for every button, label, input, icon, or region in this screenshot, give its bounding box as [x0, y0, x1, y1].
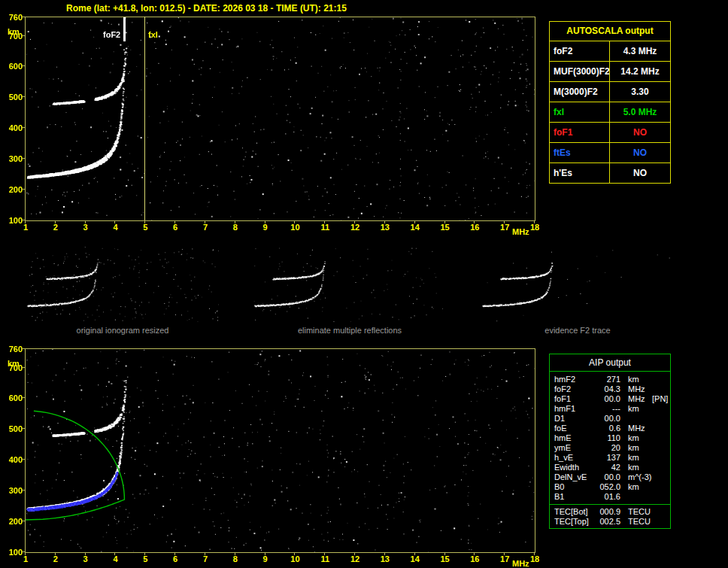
x-tick-mark [205, 553, 205, 555]
x-tick-mark [384, 553, 385, 555]
x-tick-mark [474, 553, 475, 555]
autoscala-param-value: 14.2 MHz [610, 62, 670, 81]
x-tick-mark [324, 221, 325, 223]
page-title: Rome (lat: +41.8, lon: 012.5) - DATE: 20… [66, 3, 347, 14]
aip-param-unit: MHz [620, 424, 652, 433]
y-tick-mark [22, 367, 25, 368]
x-tick-label: 7 [197, 223, 214, 232]
autoscala-param-value: 3.30 [610, 82, 670, 102]
x-tick-mark [504, 553, 505, 555]
aip-param-unit: km [620, 463, 652, 472]
y-tick-label: 600 [3, 62, 23, 71]
thumbnail-caption-reflections: eliminate multiple reflections [253, 326, 446, 335]
y-tick-mark [22, 17, 25, 17]
x-tick-label: 11 [317, 223, 333, 232]
top-ionogram-canvas [26, 17, 535, 220]
x-tick-label: 2 [47, 554, 64, 563]
x-tick-label: 14 [407, 223, 423, 232]
aip-row: ymE20km [550, 443, 670, 453]
aip-param-value: 137 [593, 453, 620, 463]
x-tick-mark [534, 221, 535, 223]
aip-param-name: foE [550, 424, 593, 433]
x-tick-label: 17 [496, 554, 513, 563]
y-tick-label: 100 [3, 548, 23, 557]
x-tick-label: 9 [257, 223, 274, 232]
x-tick-mark [144, 221, 145, 223]
x-tick-label: 11 [317, 554, 333, 563]
aip-param-unit [620, 492, 652, 502]
autoscala-row: ftEsNO [550, 143, 670, 163]
y-tick-label: 500 [3, 424, 23, 433]
aip-param-name: D1 [550, 414, 593, 424]
fxI-marker-line [144, 17, 145, 220]
aip-param-unit: MHz [620, 394, 652, 404]
aip-param-unit: km [620, 482, 652, 492]
aip-param-note [652, 424, 670, 433]
aip-param-note [652, 472, 670, 482]
foF2-marker-line [123, 17, 126, 41]
y-tick-mark [22, 220, 25, 220]
aip-row: hmE110km [550, 433, 670, 443]
y-tick-label: 700 [3, 363, 23, 372]
aip-param-unit: km [620, 443, 652, 453]
y-tick-mark [22, 96, 25, 97]
x-tick-label: 12 [347, 554, 363, 563]
aip-param-unit: km [620, 375, 652, 384]
aip-param-unit: TECU [620, 517, 652, 527]
x-tick-mark [25, 553, 26, 555]
autoscala-param-value: NO [610, 143, 670, 163]
x-tick-mark [444, 221, 445, 223]
y-tick-mark [22, 490, 25, 491]
aip-table-divider [550, 504, 670, 505]
aip-param-note: [PN] [652, 394, 670, 404]
aip-row: D100.0 [550, 414, 670, 424]
aip-param-note [652, 414, 670, 424]
x-tick-mark [354, 221, 355, 223]
x-tick-label: 9 [257, 554, 274, 563]
aip-param-note [652, 492, 670, 502]
y-tick-mark [22, 428, 25, 429]
y-tick-mark [22, 521, 25, 521]
aip-param-name: TEC[Top] [550, 517, 593, 527]
x-tick-label: 18 [526, 223, 543, 232]
aip-row: hmF1---km [550, 404, 670, 414]
autoscala-output-table: AUTOSCALA output foF24.3 MHzMUF(3000)F21… [549, 21, 671, 184]
y-tick-label: 500 [3, 93, 23, 102]
x-tick-mark [114, 221, 115, 223]
x-tick-mark [414, 553, 415, 555]
aip-param-note [652, 384, 670, 394]
autoscala-row: h'EsNO [550, 163, 670, 183]
x-tick-mark [114, 553, 115, 555]
x-tick-label: 3 [77, 223, 94, 232]
aip-param-value: 002.5 [593, 517, 620, 527]
aip-row: h_vE137km [550, 453, 670, 463]
x-tick-label: 3 [77, 554, 94, 563]
y-tick-mark [22, 127, 25, 128]
y-tick-label: 300 [3, 154, 23, 163]
y-tick-label: 600 [3, 393, 23, 402]
aip-table-title: AIP output [550, 354, 670, 372]
x-tick-label: 7 [197, 554, 214, 563]
aip-param-value: 271 [593, 375, 620, 384]
autoscala-row: M(3000)F23.30 [550, 82, 670, 102]
autoscala-param-label: foF2 [550, 41, 610, 61]
aip-param-unit: MHz [620, 384, 652, 394]
x-tick-label: 2 [47, 223, 64, 232]
y-tick-mark [22, 348, 25, 349]
x-tick-label: 17 [496, 223, 513, 232]
aip-row: Ewidth42km [550, 463, 670, 472]
aip-param-note [652, 453, 670, 463]
aip-param-value: 00.0 [593, 472, 620, 482]
autoscala-row: foF24.3 MHz [550, 41, 670, 62]
x-tick-mark [55, 221, 56, 223]
x-tick-mark [55, 553, 56, 555]
aip-param-name: TEC[Bot] [550, 507, 593, 517]
x-tick-label: 10 [287, 223, 303, 232]
aip-row: TEC[Bot]000.9TECU [550, 507, 670, 517]
x-tick-label: 4 [107, 223, 123, 232]
fxI-annotation-label: fxI [148, 30, 158, 39]
bottom-ionogram-canvas [26, 349, 535, 552]
y-tick-mark [22, 459, 25, 460]
aip-param-name: hmF1 [550, 404, 593, 414]
aip-param-name: foF1 [550, 394, 593, 404]
